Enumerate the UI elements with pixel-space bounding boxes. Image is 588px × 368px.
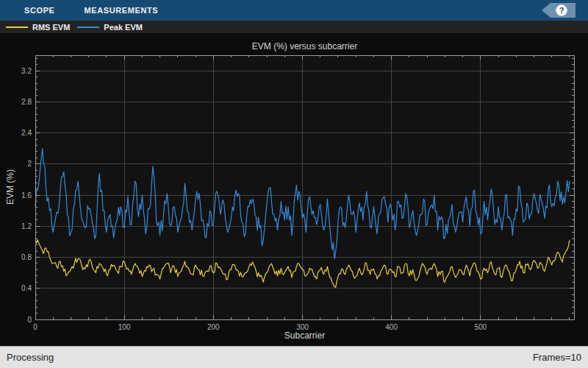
x-axis-label: Subcarrier (35, 330, 574, 341)
help-icon: ? (556, 4, 567, 16)
legend-item-peak-evm[interactable]: Peak EVM (77, 23, 143, 32)
y-tick-label: 1.2 (21, 222, 32, 230)
frames-counter: Frames=10 (533, 352, 581, 363)
legend-item-rms-evm[interactable]: RMS EVM (6, 23, 70, 32)
legend-label: Peak EVM (104, 23, 143, 32)
status-message: Processing (7, 352, 54, 363)
evm-scope-chart: EVM (%) versus subcarrier 01002003004005… (0, 33, 588, 346)
help-button[interactable]: ? (542, 3, 576, 18)
y-axis-label: EVM (%) (5, 169, 15, 205)
chart-title: EVM (%) versus subcarrier (35, 41, 574, 52)
toolstrip: SCOPE MEASUREMENTS ? (0, 0, 588, 21)
legend-label: RMS EVM (32, 23, 70, 32)
y-tick-label: 2.8 (21, 98, 32, 106)
plot-area[interactable]: 010020030040050000.40.81.21.622.42.83.2 (0, 33, 588, 346)
rms-evm-line-swatch (6, 26, 28, 28)
tab-measurements[interactable]: MEASUREMENTS (85, 6, 159, 15)
status-bar: Processing Frames=10 (0, 346, 588, 368)
y-tick-label: 0.4 (21, 284, 32, 292)
tab-scope[interactable]: SCOPE (24, 6, 55, 15)
y-tick-label: 0.8 (21, 253, 32, 261)
y-tick-label: 2.4 (21, 129, 32, 137)
peak-evm-line-swatch (77, 26, 99, 28)
legend-bar: RMS EVM Peak EVM (0, 21, 588, 33)
y-tick-label: 2 (27, 160, 32, 168)
y-tick-label: 3.2 (21, 67, 32, 75)
y-tick-label: 0 (27, 316, 32, 324)
y-tick-label: 1.6 (21, 191, 32, 199)
